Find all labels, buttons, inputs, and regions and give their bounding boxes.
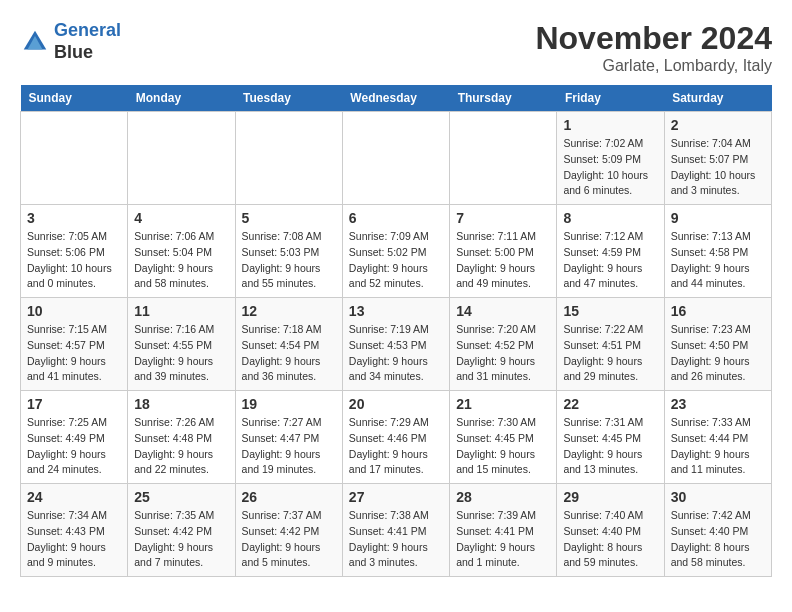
day-number: 27 bbox=[349, 489, 443, 505]
day-info: Sunrise: 7:06 AMSunset: 5:04 PMDaylight:… bbox=[134, 229, 228, 292]
day-info: Sunrise: 7:39 AMSunset: 4:41 PMDaylight:… bbox=[456, 508, 550, 571]
day-number: 28 bbox=[456, 489, 550, 505]
month-title: November 2024 bbox=[535, 20, 772, 57]
calendar-cell: 1Sunrise: 7:02 AMSunset: 5:09 PMDaylight… bbox=[557, 112, 664, 205]
calendar-cell: 17Sunrise: 7:25 AMSunset: 4:49 PMDayligh… bbox=[21, 391, 128, 484]
calendar-cell: 24Sunrise: 7:34 AMSunset: 4:43 PMDayligh… bbox=[21, 484, 128, 577]
day-number: 12 bbox=[242, 303, 336, 319]
day-info: Sunrise: 7:30 AMSunset: 4:45 PMDaylight:… bbox=[456, 415, 550, 478]
calendar-cell: 8Sunrise: 7:12 AMSunset: 4:59 PMDaylight… bbox=[557, 205, 664, 298]
day-info: Sunrise: 7:12 AMSunset: 4:59 PMDaylight:… bbox=[563, 229, 657, 292]
weekday-header-cell: Saturday bbox=[664, 85, 771, 112]
calendar-cell: 3Sunrise: 7:05 AMSunset: 5:06 PMDaylight… bbox=[21, 205, 128, 298]
calendar-cell: 20Sunrise: 7:29 AMSunset: 4:46 PMDayligh… bbox=[342, 391, 449, 484]
day-number: 6 bbox=[349, 210, 443, 226]
day-info: Sunrise: 7:19 AMSunset: 4:53 PMDaylight:… bbox=[349, 322, 443, 385]
weekday-header-row: SundayMondayTuesdayWednesdayThursdayFrid… bbox=[21, 85, 772, 112]
title-block: November 2024 Garlate, Lombardy, Italy bbox=[535, 20, 772, 75]
day-info: Sunrise: 7:18 AMSunset: 4:54 PMDaylight:… bbox=[242, 322, 336, 385]
calendar-week-row: 24Sunrise: 7:34 AMSunset: 4:43 PMDayligh… bbox=[21, 484, 772, 577]
weekday-header-cell: Wednesday bbox=[342, 85, 449, 112]
day-info: Sunrise: 7:31 AMSunset: 4:45 PMDaylight:… bbox=[563, 415, 657, 478]
calendar-cell: 2Sunrise: 7:04 AMSunset: 5:07 PMDaylight… bbox=[664, 112, 771, 205]
calendar-cell: 18Sunrise: 7:26 AMSunset: 4:48 PMDayligh… bbox=[128, 391, 235, 484]
day-info: Sunrise: 7:40 AMSunset: 4:40 PMDaylight:… bbox=[563, 508, 657, 571]
calendar-cell: 23Sunrise: 7:33 AMSunset: 4:44 PMDayligh… bbox=[664, 391, 771, 484]
day-number: 5 bbox=[242, 210, 336, 226]
day-info: Sunrise: 7:26 AMSunset: 4:48 PMDaylight:… bbox=[134, 415, 228, 478]
calendar-cell: 22Sunrise: 7:31 AMSunset: 4:45 PMDayligh… bbox=[557, 391, 664, 484]
calendar-cell: 5Sunrise: 7:08 AMSunset: 5:03 PMDaylight… bbox=[235, 205, 342, 298]
day-info: Sunrise: 7:42 AMSunset: 4:40 PMDaylight:… bbox=[671, 508, 765, 571]
logo-text: GeneralBlue bbox=[54, 20, 121, 63]
weekday-header-cell: Tuesday bbox=[235, 85, 342, 112]
calendar-cell bbox=[235, 112, 342, 205]
day-number: 20 bbox=[349, 396, 443, 412]
calendar-cell: 30Sunrise: 7:42 AMSunset: 4:40 PMDayligh… bbox=[664, 484, 771, 577]
day-number: 15 bbox=[563, 303, 657, 319]
weekday-header-cell: Friday bbox=[557, 85, 664, 112]
day-number: 25 bbox=[134, 489, 228, 505]
calendar-cell bbox=[450, 112, 557, 205]
day-info: Sunrise: 7:04 AMSunset: 5:07 PMDaylight:… bbox=[671, 136, 765, 199]
calendar-cell: 28Sunrise: 7:39 AMSunset: 4:41 PMDayligh… bbox=[450, 484, 557, 577]
calendar-week-row: 3Sunrise: 7:05 AMSunset: 5:06 PMDaylight… bbox=[21, 205, 772, 298]
day-info: Sunrise: 7:27 AMSunset: 4:47 PMDaylight:… bbox=[242, 415, 336, 478]
weekday-header-cell: Sunday bbox=[21, 85, 128, 112]
day-info: Sunrise: 7:37 AMSunset: 4:42 PMDaylight:… bbox=[242, 508, 336, 571]
day-number: 1 bbox=[563, 117, 657, 133]
day-info: Sunrise: 7:08 AMSunset: 5:03 PMDaylight:… bbox=[242, 229, 336, 292]
day-info: Sunrise: 7:16 AMSunset: 4:55 PMDaylight:… bbox=[134, 322, 228, 385]
day-info: Sunrise: 7:09 AMSunset: 5:02 PMDaylight:… bbox=[349, 229, 443, 292]
calendar-cell: 26Sunrise: 7:37 AMSunset: 4:42 PMDayligh… bbox=[235, 484, 342, 577]
calendar-cell: 6Sunrise: 7:09 AMSunset: 5:02 PMDaylight… bbox=[342, 205, 449, 298]
calendar-cell: 21Sunrise: 7:30 AMSunset: 4:45 PMDayligh… bbox=[450, 391, 557, 484]
day-number: 11 bbox=[134, 303, 228, 319]
day-number: 13 bbox=[349, 303, 443, 319]
calendar-cell: 4Sunrise: 7:06 AMSunset: 5:04 PMDaylight… bbox=[128, 205, 235, 298]
calendar-table: SundayMondayTuesdayWednesdayThursdayFrid… bbox=[20, 85, 772, 577]
day-info: Sunrise: 7:29 AMSunset: 4:46 PMDaylight:… bbox=[349, 415, 443, 478]
calendar-cell: 11Sunrise: 7:16 AMSunset: 4:55 PMDayligh… bbox=[128, 298, 235, 391]
day-number: 10 bbox=[27, 303, 121, 319]
day-info: Sunrise: 7:22 AMSunset: 4:51 PMDaylight:… bbox=[563, 322, 657, 385]
calendar-cell bbox=[128, 112, 235, 205]
day-number: 9 bbox=[671, 210, 765, 226]
calendar-cell: 15Sunrise: 7:22 AMSunset: 4:51 PMDayligh… bbox=[557, 298, 664, 391]
calendar-cell: 7Sunrise: 7:11 AMSunset: 5:00 PMDaylight… bbox=[450, 205, 557, 298]
day-info: Sunrise: 7:38 AMSunset: 4:41 PMDaylight:… bbox=[349, 508, 443, 571]
day-number: 16 bbox=[671, 303, 765, 319]
day-info: Sunrise: 7:02 AMSunset: 5:09 PMDaylight:… bbox=[563, 136, 657, 199]
day-info: Sunrise: 7:05 AMSunset: 5:06 PMDaylight:… bbox=[27, 229, 121, 292]
day-number: 18 bbox=[134, 396, 228, 412]
logo-icon bbox=[20, 27, 50, 57]
calendar-week-row: 10Sunrise: 7:15 AMSunset: 4:57 PMDayligh… bbox=[21, 298, 772, 391]
day-info: Sunrise: 7:13 AMSunset: 4:58 PMDaylight:… bbox=[671, 229, 765, 292]
calendar-week-row: 17Sunrise: 7:25 AMSunset: 4:49 PMDayligh… bbox=[21, 391, 772, 484]
day-number: 29 bbox=[563, 489, 657, 505]
weekday-header-cell: Thursday bbox=[450, 85, 557, 112]
day-number: 22 bbox=[563, 396, 657, 412]
day-number: 30 bbox=[671, 489, 765, 505]
day-number: 24 bbox=[27, 489, 121, 505]
calendar-cell: 19Sunrise: 7:27 AMSunset: 4:47 PMDayligh… bbox=[235, 391, 342, 484]
day-info: Sunrise: 7:34 AMSunset: 4:43 PMDaylight:… bbox=[27, 508, 121, 571]
calendar-body: 1Sunrise: 7:02 AMSunset: 5:09 PMDaylight… bbox=[21, 112, 772, 577]
day-number: 19 bbox=[242, 396, 336, 412]
day-number: 4 bbox=[134, 210, 228, 226]
calendar-cell: 12Sunrise: 7:18 AMSunset: 4:54 PMDayligh… bbox=[235, 298, 342, 391]
calendar-cell: 27Sunrise: 7:38 AMSunset: 4:41 PMDayligh… bbox=[342, 484, 449, 577]
day-number: 14 bbox=[456, 303, 550, 319]
day-number: 17 bbox=[27, 396, 121, 412]
day-info: Sunrise: 7:33 AMSunset: 4:44 PMDaylight:… bbox=[671, 415, 765, 478]
calendar-cell bbox=[342, 112, 449, 205]
calendar-cell bbox=[21, 112, 128, 205]
logo: GeneralBlue bbox=[20, 20, 121, 63]
calendar-cell: 29Sunrise: 7:40 AMSunset: 4:40 PMDayligh… bbox=[557, 484, 664, 577]
day-number: 7 bbox=[456, 210, 550, 226]
day-number: 3 bbox=[27, 210, 121, 226]
day-info: Sunrise: 7:25 AMSunset: 4:49 PMDaylight:… bbox=[27, 415, 121, 478]
day-number: 8 bbox=[563, 210, 657, 226]
day-info: Sunrise: 7:35 AMSunset: 4:42 PMDaylight:… bbox=[134, 508, 228, 571]
calendar-cell: 25Sunrise: 7:35 AMSunset: 4:42 PMDayligh… bbox=[128, 484, 235, 577]
